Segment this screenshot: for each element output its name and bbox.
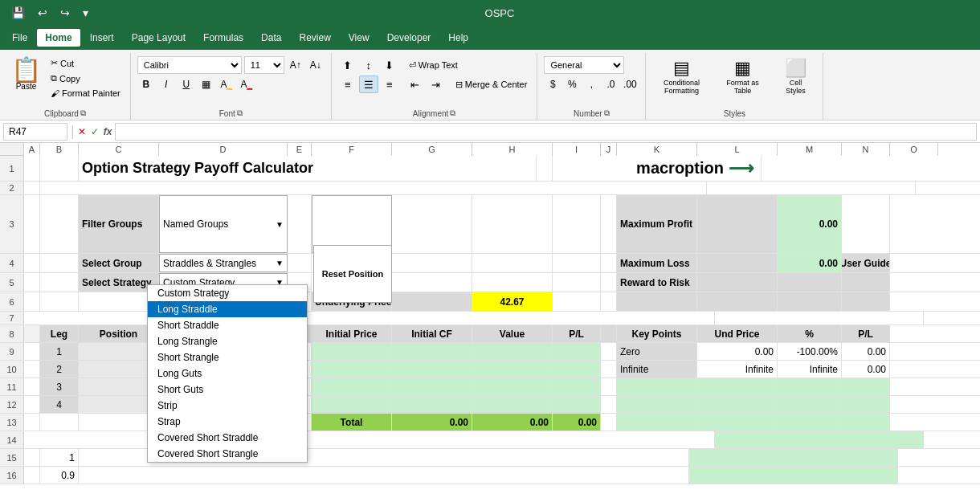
font-expand-icon[interactable]: ⧉: [237, 108, 243, 118]
cell-und-price-header[interactable]: Und Price: [697, 325, 778, 342]
cell-max-profit-label[interactable]: Maximum Profit: [617, 195, 697, 253]
align-bottom-button[interactable]: ⬇: [380, 56, 399, 74]
reset-position-button[interactable]: Reset Position: [313, 245, 392, 303]
align-center-button[interactable]: ☰: [359, 76, 378, 93]
cell-leg-1[interactable]: 1: [40, 343, 79, 360]
cell-total-value[interactable]: 0.00: [472, 414, 553, 431]
format-painter-button[interactable]: 🖌 Format Painter: [47, 87, 124, 100]
dropdown-item-long-guts[interactable]: Long Guts: [148, 365, 307, 382]
increase-indent-button[interactable]: ⇥: [427, 76, 446, 93]
dropdown-arrow-icon-2[interactable]: ▼: [276, 259, 284, 267]
cell-reward-risk-label[interactable]: Reward to Risk: [617, 273, 697, 292]
col-header-i[interactable]: I: [553, 143, 601, 156]
menu-home[interactable]: Home: [37, 29, 80, 47]
cell-infinite-pct[interactable]: Infinite: [778, 361, 842, 378]
user-guide-cell[interactable]: User Guide: [842, 254, 890, 272]
dropdown-item-short-guts[interactable]: Short Guts: [148, 382, 307, 398]
dropdown-item-covered-short-strangle[interactable]: Covered Short Strangle: [148, 446, 307, 462]
cell-zero-pct[interactable]: -100.00%: [778, 343, 842, 360]
cell-leg-header[interactable]: Leg: [40, 325, 79, 342]
undo-icon[interactable]: ↩: [35, 5, 51, 21]
cell-underlying-price-value[interactable]: 42.67: [472, 292, 553, 311]
cell-15-b[interactable]: 1: [40, 449, 79, 466]
cell-select-group-label[interactable]: Select Group: [79, 254, 159, 272]
number-expand-icon[interactable]: ⧉: [604, 108, 610, 118]
cell-key-points-header[interactable]: Key Points: [617, 325, 697, 342]
col-header-a[interactable]: A: [24, 143, 40, 156]
cell-logo[interactable]: macroption ⟶: [553, 156, 762, 181]
cell-infinite-pl[interactable]: 0.00: [842, 361, 890, 378]
dropdown-item-custom-strategy[interactable]: Custom Strategy: [148, 285, 307, 301]
col-header-f[interactable]: F: [312, 143, 392, 156]
col-header-n[interactable]: N: [842, 143, 890, 156]
fill-color-button[interactable]: A_: [218, 76, 235, 93]
cell-j1[interactable]: [537, 156, 553, 181]
underline-button[interactable]: U: [178, 76, 195, 93]
border-button[interactable]: ▦: [198, 76, 215, 93]
cell-infinite-und-price[interactable]: Infinite: [697, 361, 778, 378]
cell-total-initial-cf[interactable]: 0.00: [392, 414, 472, 431]
cell-named-groups[interactable]: Named Groups ▼: [159, 195, 288, 253]
italic-button[interactable]: I: [157, 76, 175, 93]
dropdown-item-long-strangle[interactable]: Long Strangle: [148, 333, 307, 349]
confirm-formula-icon[interactable]: ✓: [91, 126, 99, 137]
formula-input[interactable]: [115, 123, 977, 141]
cell-pl-header-2[interactable]: P/L: [842, 325, 890, 342]
customize-icon[interactable]: ▾: [80, 5, 92, 21]
conditional-formatting-button[interactable]: ▤ Conditional Formatting: [652, 56, 710, 96]
font-size-select[interactable]: 11: [244, 56, 284, 74]
col-header-m[interactable]: M: [778, 143, 842, 156]
format-as-table-button[interactable]: ▦ Format as Table: [713, 56, 771, 96]
menu-insert[interactable]: Insert: [82, 29, 122, 47]
cell-16-b[interactable]: 0.9: [40, 467, 79, 484]
cell-reference-input[interactable]: R47: [3, 123, 67, 141]
cell-title[interactable]: Option Strategy Payoff Calculator: [79, 156, 537, 181]
menu-help[interactable]: Help: [440, 29, 476, 47]
menu-view[interactable]: View: [341, 29, 378, 47]
cell-zero-und-price[interactable]: 0.00: [697, 343, 778, 360]
cell-max-profit-value[interactable]: 0.00: [778, 195, 842, 253]
menu-file[interactable]: File: [4, 29, 35, 47]
copy-button[interactable]: ⧉ Copy: [47, 71, 124, 85]
redo-icon[interactable]: ↪: [57, 5, 73, 21]
col-header-h[interactable]: H: [472, 143, 553, 156]
col-header-l[interactable]: L: [697, 143, 778, 156]
dropdown-item-short-straddle[interactable]: Short Straddle: [148, 317, 307, 333]
cut-button[interactable]: ✂ Cut: [47, 56, 124, 70]
cell-zero-label[interactable]: Zero: [617, 343, 697, 360]
menu-formulas[interactable]: Formulas: [195, 29, 251, 47]
align-top-button[interactable]: ⬆: [338, 56, 357, 74]
comma-button[interactable]: ,: [582, 76, 600, 93]
font-name-select[interactable]: Calibri: [137, 56, 242, 74]
cell-straddles-value[interactable]: Straddles & Strangles ▼: [159, 254, 288, 272]
cancel-formula-icon[interactable]: ✕: [78, 126, 86, 137]
menu-data[interactable]: Data: [253, 29, 289, 47]
decrease-font-button[interactable]: A↓: [307, 56, 325, 74]
percent-button[interactable]: %: [563, 76, 581, 93]
cell-initial-price-header[interactable]: Initial Price: [312, 325, 392, 342]
col-header-e[interactable]: E: [288, 143, 312, 156]
increase-font-button[interactable]: A↑: [287, 56, 304, 74]
cell-initial-cf-header[interactable]: Initial CF: [392, 325, 472, 342]
alignment-expand-icon[interactable]: ⧉: [450, 108, 455, 118]
clipboard-expand-icon[interactable]: ⧉: [80, 108, 86, 118]
col-header-k[interactable]: K: [617, 143, 697, 156]
function-icon[interactable]: fx: [104, 126, 112, 137]
col-header-j[interactable]: J: [601, 143, 617, 156]
cell-max-loss-value[interactable]: 0.00: [778, 254, 842, 272]
cell-zero-pl[interactable]: 0.00: [842, 343, 890, 360]
number-format-select[interactable]: General: [544, 56, 624, 74]
align-left-button[interactable]: ≡: [338, 76, 357, 93]
menu-review[interactable]: Review: [291, 29, 338, 47]
merge-center-button[interactable]: ⊟ Merge & Center: [452, 78, 531, 92]
cell-styles-button[interactable]: ⬜ Cell Styles: [774, 56, 816, 96]
cell-leg-3[interactable]: 3: [40, 378, 79, 395]
cell-max-loss-label[interactable]: Maximum Loss: [617, 254, 697, 272]
bold-button[interactable]: B: [137, 76, 155, 93]
cell-pl-header[interactable]: P/L: [553, 325, 601, 342]
decrease-indent-button[interactable]: ⇤: [406, 76, 425, 93]
align-right-button[interactable]: ≡: [380, 76, 399, 93]
align-middle-button[interactable]: ↕: [359, 56, 378, 74]
dropdown-arrow-icon[interactable]: ▼: [276, 220, 284, 229]
dropdown-item-strip[interactable]: Strip: [148, 398, 307, 414]
